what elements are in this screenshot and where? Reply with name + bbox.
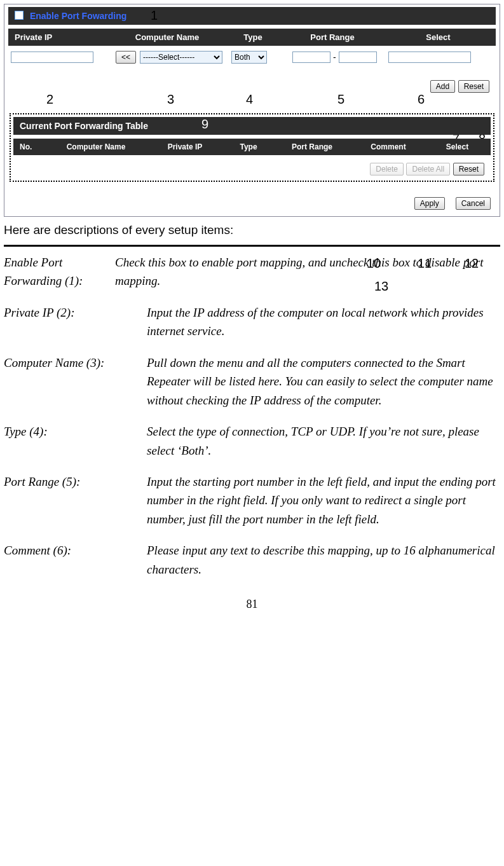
comment-input[interactable]: [388, 52, 471, 63]
col-private-ip: Private IP: [11, 32, 110, 42]
definition-row: Type (4):Select the type of connection, …: [4, 422, 500, 460]
callout-10: 10: [367, 256, 381, 271]
reset-button[interactable]: Reset: [458, 80, 489, 93]
enable-label: Enable Port Fowarding: [30, 11, 126, 21]
callout-9: 9: [201, 117, 208, 132]
definition-term: Type (4):: [4, 422, 128, 460]
definition-term: Private IP (2):: [4, 303, 128, 341]
definition-term: Port Range (5):: [4, 472, 128, 528]
port-end-input[interactable]: [339, 52, 377, 63]
callout-2: 2: [46, 92, 53, 107]
callout-13: 13: [374, 279, 388, 294]
callout-6: 6: [418, 92, 425, 107]
callout-1: 1: [151, 8, 158, 23]
description-intro: Here are descriptions of every setup ite…: [4, 223, 500, 237]
cancel-button[interactable]: Cancel: [456, 197, 491, 210]
input-row: << ------Select------ Both -: [8, 46, 496, 65]
table-title: Current Port Forwarding Table: [20, 121, 148, 131]
definitions-list: Enable Port Forwarding (1):Check this bo…: [4, 253, 500, 579]
definition-desc: Pull down the menu and all the computers…: [128, 354, 500, 409]
delete-button[interactable]: Delete: [370, 163, 404, 175]
definition-desc: Input the IP address of the computer on …: [128, 303, 500, 341]
callout-12: 12: [465, 256, 479, 271]
divider: [4, 245, 500, 247]
definition-row: Private IP (2):Input the IP address of t…: [4, 303, 500, 341]
col-port-range: Port Range: [282, 32, 383, 42]
config-panel: Enable Port Fowarding 1 Private IP Compu…: [4, 4, 500, 217]
col-type: Type: [224, 32, 282, 42]
definition-term: Comment (6):: [4, 541, 128, 579]
tcol-computer-name: Computer Name: [45, 142, 147, 151]
table-title-bar: Current Port Forwarding Table: [13, 117, 491, 135]
callout-4: 4: [246, 92, 253, 107]
add-button[interactable]: Add: [430, 80, 455, 93]
definition-row: Computer Name (3):Pull down the menu and…: [4, 354, 500, 409]
col-computer-name: Computer Name: [110, 32, 224, 42]
footer-btn-row: Apply Cancel: [8, 193, 496, 210]
tcol-private-ip: Private IP: [147, 142, 223, 151]
private-ip-input[interactable]: [11, 52, 93, 63]
computer-name-select[interactable]: ------Select------: [140, 51, 222, 64]
type-select[interactable]: Both: [231, 51, 267, 64]
port-start-input[interactable]: [292, 52, 330, 63]
enable-checkbox[interactable]: [15, 11, 24, 20]
forwarding-table-box: Current Port Forwarding Table 9 No. Comp…: [10, 113, 494, 182]
definition-desc: Please input any text to describe this m…: [128, 541, 500, 579]
table-btn-row: Delete Delete All Reset: [13, 159, 491, 178]
tcol-port-range: Port Range: [274, 142, 350, 151]
input-header: Private IP Computer Name Type Port Range…: [8, 29, 496, 46]
enable-bar: Enable Port Fowarding: [8, 7, 496, 25]
tcol-comment: Comment: [350, 142, 426, 151]
reset-table-button[interactable]: Reset: [453, 163, 484, 175]
tcol-type: Type: [223, 142, 274, 151]
port-dash: -: [330, 52, 339, 62]
definition-desc: Check this box to enable port mapping, a…: [115, 253, 500, 291]
col-select: Select: [383, 32, 493, 42]
definition-row: Port Range (5):Input the starting port n…: [4, 472, 500, 528]
callout-11: 11: [418, 256, 432, 271]
definition-term: Enable Port Forwarding (1):: [4, 253, 115, 291]
tcol-no: No.: [16, 142, 45, 151]
callout-5: 5: [337, 92, 344, 107]
definition-row: Comment (6):Please input any text to des…: [4, 541, 500, 579]
table-header: No. Computer Name Private IP Type Port R…: [13, 139, 491, 155]
definition-desc: Select the type of connection, TCP or UD…: [128, 422, 500, 460]
delete-all-button[interactable]: Delete All: [406, 163, 450, 175]
page-number: 81: [4, 598, 500, 611]
definition-desc: Input the starting port number in the le…: [128, 472, 500, 528]
callout-3: 3: [167, 92, 174, 107]
apply-button[interactable]: Apply: [414, 197, 445, 210]
definition-term: Computer Name (3):: [4, 354, 128, 409]
copy-ip-button[interactable]: <<: [116, 51, 136, 64]
tcol-select: Select: [426, 142, 488, 151]
